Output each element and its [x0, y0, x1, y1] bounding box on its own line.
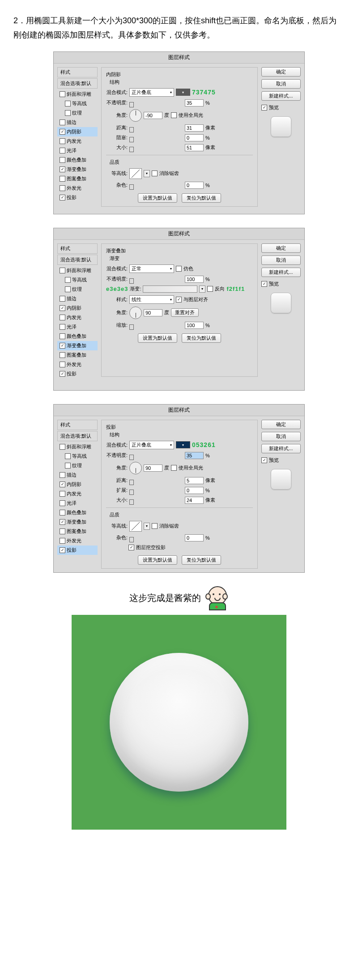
style-texture[interactable]: 纹理 [57, 461, 98, 470]
angle-input[interactable]: 90 [144, 464, 162, 472]
contour-picker[interactable] [129, 521, 142, 532]
distance-input[interactable]: 31 [185, 124, 204, 132]
cancel-button[interactable]: 取消 [261, 79, 301, 89]
gradient-style-select[interactable]: 线性▾ [129, 295, 174, 304]
styles-header[interactable]: 样式 [57, 243, 98, 254]
reverse-checkbox[interactable] [207, 286, 213, 292]
style-bevel[interactable]: 斜面和浮雕 [57, 442, 98, 452]
antialias-checkbox[interactable] [152, 523, 158, 529]
style-drop-shadow[interactable]: ✓投影 [57, 545, 98, 555]
style-drop-shadow[interactable]: ✓投影 [57, 369, 98, 379]
noise-input[interactable]: 0 [185, 182, 204, 189]
size-input[interactable]: 51 [185, 144, 204, 151]
color-swatch[interactable]: ▾ [176, 89, 190, 96]
spread-input[interactable]: 0 [185, 487, 204, 494]
cancel-button[interactable]: 取消 [261, 432, 301, 441]
style-contour[interactable]: 等高线 [57, 275, 98, 285]
global-light-checkbox[interactable] [171, 112, 177, 118]
opacity-input[interactable]: 35 [185, 452, 204, 459]
style-inner-glow[interactable]: 内发光 [57, 489, 98, 499]
ok-button[interactable]: 确定 [261, 420, 301, 429]
style-stroke[interactable]: 描边 [57, 470, 98, 480]
opacity-input[interactable]: 100 [185, 276, 204, 283]
style-bevel[interactable]: 斜面和浮雕 [57, 266, 98, 275]
style-inner-glow[interactable]: 内发光 [57, 313, 98, 322]
reset-default-button[interactable]: 复位为默认值 [182, 193, 221, 203]
angle-input[interactable]: 90 [144, 309, 162, 316]
opacity-input[interactable]: 35 [185, 99, 204, 107]
style-stroke[interactable]: 描边 [57, 294, 98, 303]
contour-dropdown[interactable]: ▾ [144, 523, 150, 530]
new-style-button[interactable]: 新建样式... [261, 91, 301, 101]
preview-checkbox[interactable]: ✓ [261, 105, 267, 111]
right-column: 确定 取消 新建样式... ✓预览 [261, 243, 301, 313]
style-inner-glow[interactable]: 内发光 [57, 136, 98, 146]
style-contour[interactable]: 等高线 [57, 99, 98, 108]
antialias-checkbox[interactable] [152, 170, 158, 176]
style-color-overlay[interactable]: 颜色叠加 [57, 508, 98, 517]
angle-dial[interactable] [129, 109, 142, 122]
style-gradient-overlay[interactable]: ✓渐变叠加 [57, 517, 98, 527]
set-default-button[interactable]: 设置为默认值 [138, 193, 177, 203]
gradient-dropdown[interactable]: ▾ [199, 285, 205, 293]
style-pattern-overlay[interactable]: 图案叠加 [57, 527, 98, 536]
blend-mode-select[interactable]: 正片叠底▾ [129, 441, 174, 449]
blend-options-header[interactable]: 混合选项:默认 [57, 78, 98, 89]
angle-input[interactable]: -90 [144, 112, 162, 119]
distance-input[interactable]: 5 [185, 477, 204, 484]
style-gradient-overlay[interactable]: ✓渐变叠加 [57, 341, 98, 350]
angle-dial[interactable] [129, 462, 142, 474]
reset-default-button[interactable]: 复位为默认值 [182, 555, 221, 565]
reset-default-button[interactable]: 复位为默认值 [182, 333, 221, 343]
style-inner-shadow[interactable]: ✓内阴影 [57, 303, 98, 313]
color-swatch[interactable]: ▾ [176, 441, 190, 448]
cancel-button[interactable]: 取消 [261, 256, 301, 265]
gradient-picker[interactable] [143, 285, 197, 293]
style-texture[interactable]: 纹理 [57, 108, 98, 118]
new-style-button[interactable]: 新建样式... [261, 444, 301, 453]
style-outer-glow[interactable]: 外发光 [57, 360, 98, 369]
align-checkbox[interactable]: ✓ [176, 297, 182, 303]
scale-input[interactable]: 100 [185, 322, 204, 329]
preview-checkbox[interactable]: ✓ [261, 281, 267, 287]
ok-button[interactable]: 确定 [261, 243, 301, 253]
set-default-button[interactable]: 设置为默认值 [138, 333, 177, 343]
style-contour[interactable]: 等高线 [57, 452, 98, 461]
styles-header[interactable]: 样式 [57, 420, 98, 430]
noise-input[interactable]: 0 [185, 534, 204, 541]
style-drop-shadow[interactable]: ✓投影 [57, 193, 98, 202]
style-bevel[interactable]: 斜面和浮雕 [57, 89, 98, 99]
style-pattern-overlay[interactable]: 图案叠加 [57, 350, 98, 360]
style-color-overlay[interactable]: 颜色叠加 [57, 332, 98, 341]
ok-button[interactable]: 确定 [261, 67, 301, 77]
style-stroke[interactable]: 描边 [57, 118, 98, 127]
style-satin[interactable]: 光泽 [57, 146, 98, 155]
contour-picker[interactable] [129, 168, 142, 179]
set-default-button[interactable]: 设置为默认值 [138, 555, 177, 565]
style-color-overlay[interactable]: 颜色叠加 [57, 155, 98, 165]
style-gradient-overlay[interactable]: ✓渐变叠加 [57, 165, 98, 174]
style-outer-glow[interactable]: 外发光 [57, 183, 98, 193]
style-outer-glow[interactable]: 外发光 [57, 536, 98, 545]
style-pattern-overlay[interactable]: 图案叠加 [57, 174, 98, 183]
style-satin[interactable]: 光泽 [57, 499, 98, 508]
style-texture[interactable]: 纹理 [57, 285, 98, 294]
blend-mode-select[interactable]: 正片叠底▾ [129, 88, 174, 97]
blend-mode-select[interactable]: 正常▾ [129, 264, 174, 273]
style-satin[interactable]: 光泽 [57, 322, 98, 332]
realign-button[interactable]: 重置对齐 [171, 308, 199, 317]
preview-checkbox[interactable]: ✓ [261, 457, 267, 463]
styles-header[interactable]: 样式 [57, 67, 98, 77]
style-inner-shadow[interactable]: ✓内阴影 [57, 480, 98, 489]
dither-checkbox[interactable] [176, 266, 182, 272]
new-style-button[interactable]: 新建样式... [261, 268, 301, 277]
blend-options-header[interactable]: 混合选项:默认 [57, 255, 98, 265]
choke-input[interactable]: 0 [185, 134, 204, 141]
angle-dial[interactable] [129, 307, 142, 319]
blend-options-header[interactable]: 混合选项:默认 [57, 431, 98, 441]
style-inner-shadow[interactable]: ✓内阴影 [57, 127, 98, 136]
global-light-checkbox[interactable] [171, 465, 177, 471]
contour-dropdown[interactable]: ▾ [144, 170, 150, 177]
knockout-checkbox[interactable]: ✓ [128, 545, 134, 550]
size-input[interactable]: 24 [185, 497, 204, 504]
